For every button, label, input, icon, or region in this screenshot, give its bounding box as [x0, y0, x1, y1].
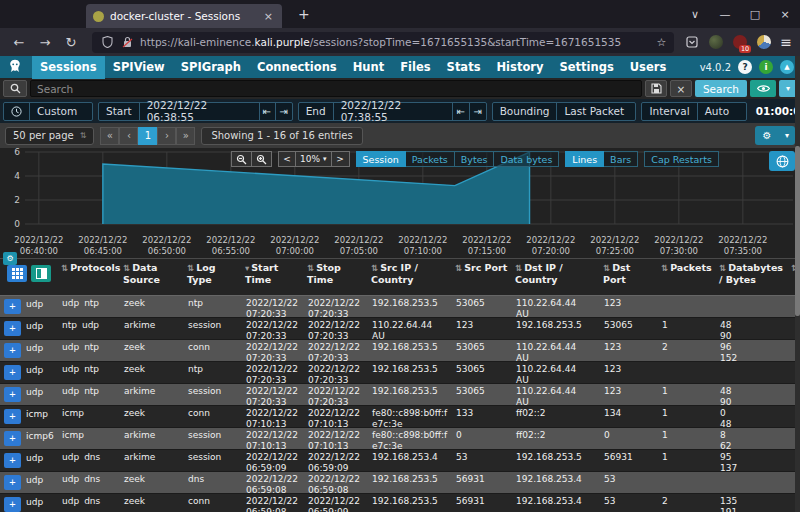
new-tab-button[interactable]: + — [292, 6, 316, 22]
nav-item-connections[interactable]: Connections — [249, 56, 345, 79]
clear-search-button[interactable]: × — [670, 80, 692, 97]
end-skip-forward-button[interactable]: ⇥ — [470, 103, 486, 120]
end-skip-back-button[interactable]: ⇤ — [453, 103, 469, 120]
help-icon[interactable]: ? — [738, 60, 752, 74]
table-row[interactable]: +udpudpntpzeekconn2022/12/2207:20:332022… — [0, 340, 800, 362]
col-header-databytes-bytes[interactable]: ⇅Databytes / Bytes — [716, 259, 788, 286]
expand-session-button[interactable]: + — [4, 387, 21, 402]
protocol-tag[interactable]: icmp — [62, 430, 84, 440]
time-range-select[interactable]: Custom — [30, 103, 92, 120]
protocol-tag[interactable]: dns — [84, 474, 100, 484]
window-maximize-button[interactable]: □ — [740, 8, 770, 21]
nav-item-stats[interactable]: Stats — [439, 56, 489, 79]
col-header-protocols[interactable]: ⇅Protocols — [58, 259, 120, 286]
table-row[interactable]: +udpntpudparkimesession2022/12/2207:20:3… — [0, 318, 800, 340]
scrollbar-thumb[interactable] — [795, 146, 800, 316]
protocol-tag[interactable]: udp — [82, 320, 99, 330]
table-row[interactable]: +icmp6icmparkimesession2022/12/2207:10:1… — [0, 428, 800, 450]
nav-item-files[interactable]: Files — [392, 56, 438, 79]
settings-caret-button[interactable]: ▾ — [779, 126, 795, 145]
collapse-header-icon[interactable]: ▲ — [780, 60, 794, 74]
zoom-level-select[interactable]: 10% ▾ — [296, 151, 332, 167]
col-header-dst-ip-country[interactable]: ⇅Dst IP / Country — [512, 259, 600, 286]
expand-session-button[interactable]: + — [4, 321, 21, 336]
table-settings-button[interactable]: ⚙ — [3, 252, 17, 265]
protocol-tag[interactable]: dns — [84, 496, 100, 506]
protocol-tag[interactable]: ntp — [84, 298, 99, 308]
search-button[interactable]: Search — [695, 80, 747, 97]
lock-insecure-icon[interactable] — [120, 35, 135, 50]
pager-first-button[interactable]: « — [100, 127, 119, 145]
extension-icon-1[interactable] — [708, 35, 723, 50]
expand-session-button[interactable]: + — [4, 409, 21, 424]
col-header-dst-port[interactable]: ⇅Dst Port — [600, 259, 658, 286]
expand-session-button[interactable]: + — [4, 497, 21, 512]
col-header-stop-time[interactable]: ⇅Stop Time — [304, 259, 368, 286]
pan-left-button[interactable]: < — [278, 151, 296, 167]
table-row[interactable]: +udpudpdnszeekdns2022/12/2206:59:082022/… — [0, 472, 800, 494]
table-row[interactable]: +icmpicmpzeekconn2022/12/2207:10:132022/… — [0, 406, 800, 428]
expand-session-button[interactable]: + — [4, 475, 21, 490]
pager-page-button[interactable]: 1 — [138, 127, 157, 145]
pager-next-button[interactable]: › — [157, 127, 176, 145]
protocol-tag[interactable]: udp — [62, 386, 79, 396]
nav-item-history[interactable]: History — [488, 56, 551, 79]
expand-session-button[interactable]: + — [4, 431, 21, 446]
views-eye-button[interactable] — [750, 80, 776, 97]
protocol-tag[interactable]: ntp — [84, 364, 99, 374]
end-time-input[interactable]: 2022/12/22 07:38:55 — [334, 103, 454, 120]
back-button[interactable]: ← — [8, 35, 30, 50]
window-close-button[interactable]: × — [770, 8, 800, 21]
protocol-tag[interactable]: udp — [62, 298, 79, 308]
extension-icon-2[interactable]: 10 — [732, 35, 747, 50]
reload-button[interactable]: ↻ — [60, 35, 82, 50]
expand-session-button[interactable]: + — [4, 343, 21, 358]
profile-avatar-icon[interactable] — [756, 35, 771, 50]
nav-item-spiview[interactable]: SPIView — [105, 56, 173, 79]
nav-item-sessions[interactable]: Sessions — [32, 56, 105, 79]
metric-packets-toggle[interactable]: Packets — [406, 151, 455, 167]
table-row[interactable]: +udpudpdnszeekconn2022/12/2206:59:082022… — [0, 494, 800, 512]
tab-close-icon[interactable]: × — [262, 10, 275, 23]
metric-bytes-toggle[interactable]: Bytes — [455, 151, 495, 167]
view-menu-button[interactable] — [7, 265, 27, 282]
protocol-tag[interactable]: dns — [84, 452, 100, 462]
bounding-select[interactable]: Last Packet — [557, 103, 635, 120]
nav-item-settings[interactable]: Settings — [551, 56, 621, 79]
table-row[interactable]: +udpudpdnsarkimesession2022/12/2206:59:0… — [0, 450, 800, 472]
metric-session-toggle[interactable]: Session — [356, 151, 406, 167]
bookmark-star-icon[interactable]: ☆ — [656, 36, 666, 49]
user-status-icon[interactable]: i — [759, 60, 773, 74]
col-header-log-type[interactable]: ⇅Log Type — [184, 259, 242, 286]
search-input[interactable] — [30, 80, 642, 97]
style-bars-toggle[interactable]: Bars — [604, 151, 638, 167]
url-bar[interactable]: https://kali-eminence.kali.purple/sessio… — [92, 32, 674, 53]
table-row[interactable]: +udpudpntpzeekntp2022/12/2207:20:332022/… — [0, 296, 800, 318]
settings-gear-button[interactable]: ⚙ — [755, 126, 779, 145]
nav-item-hunt[interactable]: Hunt — [345, 56, 393, 79]
map-toggle-button[interactable] — [769, 151, 795, 171]
protocol-tag[interactable]: icmp — [62, 408, 84, 418]
browser-tab[interactable]: docker-cluster - Sessions × — [86, 4, 282, 28]
pocket-save-icon[interactable] — [684, 35, 699, 50]
menu-hamburger-icon[interactable]: ≡ — [780, 34, 792, 50]
protocol-tag[interactable]: ntp — [84, 386, 99, 396]
protocol-tag[interactable]: ntp — [62, 320, 77, 330]
table-row[interactable]: +udpudpntpzeekntp2022/12/2207:20:332022/… — [0, 362, 800, 384]
shield-icon[interactable] — [100, 35, 115, 50]
interval-select[interactable]: Auto — [698, 103, 746, 120]
metric-data-bytes-toggle[interactable]: Data bytes — [494, 151, 559, 167]
window-minimize-button[interactable]: — — [710, 8, 740, 21]
expand-session-button[interactable]: + — [4, 299, 21, 314]
protocol-tag[interactable]: udp — [62, 342, 79, 352]
col-header-packets[interactable]: ⇅Packets — [658, 259, 716, 286]
start-skip-back-button[interactable]: ⇤ — [260, 103, 276, 120]
pager-prev-button[interactable]: ‹ — [119, 127, 138, 145]
expand-session-button[interactable]: + — [4, 365, 21, 380]
col-header-start-time[interactable]: ▾Start Time — [242, 259, 304, 286]
protocol-tag[interactable]: udp — [62, 474, 79, 484]
table-row[interactable]: +udpudpntparkimesession2022/12/2207:20:3… — [0, 384, 800, 406]
pan-right-button[interactable]: > — [332, 151, 350, 167]
zoom-in-button[interactable] — [252, 151, 272, 167]
cap-restarts-toggle[interactable]: Cap Restarts — [644, 151, 719, 167]
